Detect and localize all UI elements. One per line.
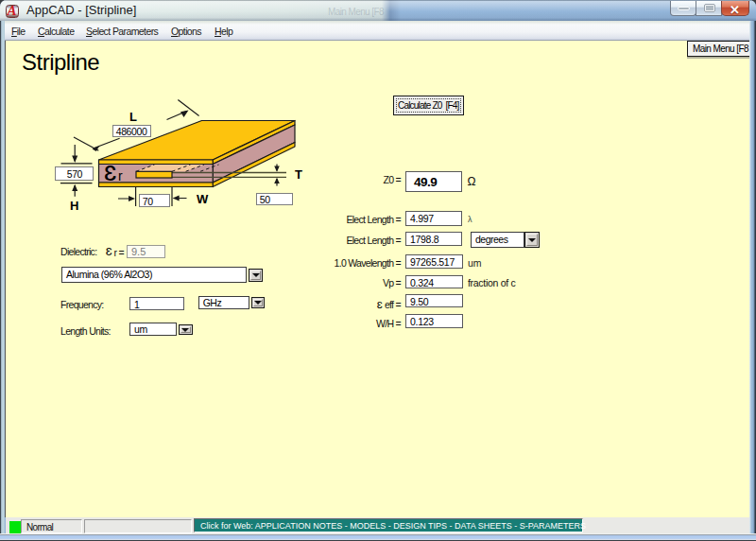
svg-text:T: T [295, 167, 302, 182]
svg-text:L: L [129, 110, 137, 124]
svg-text:ɛ: ɛ [104, 156, 116, 186]
svg-text:r: r [118, 168, 123, 183]
svg-text:H: H [70, 199, 78, 213]
svg-text:W: W [197, 192, 209, 206]
